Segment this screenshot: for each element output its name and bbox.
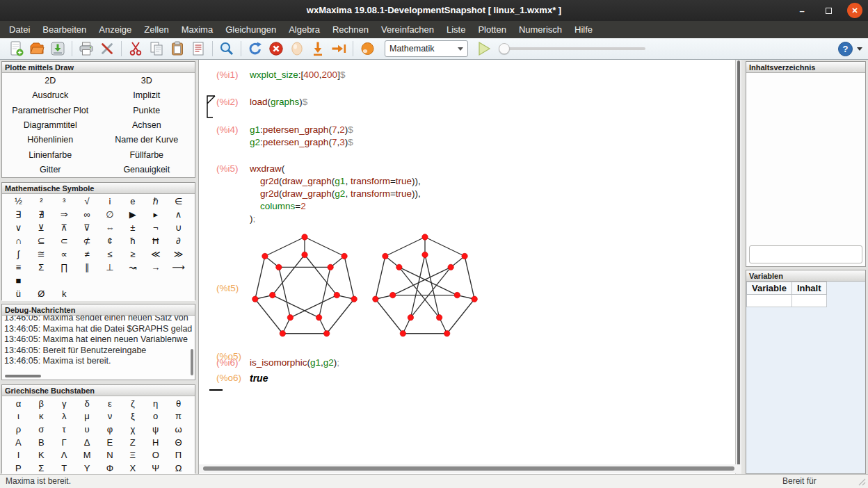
greek-letter-button[interactable]: Π: [167, 448, 190, 462]
symbol-button[interactable]: ↝: [121, 261, 144, 274]
symbol-button[interactable]: i: [99, 195, 122, 208]
symbol-button[interactable]: ⊂: [53, 234, 76, 247]
draw-button-punkte[interactable]: Punkte: [99, 103, 195, 117]
vertical-scroll-thumb[interactable]: [737, 60, 740, 473]
symbol-button[interactable]: ℏ: [144, 195, 167, 208]
follow-icon[interactable]: [358, 40, 376, 58]
symbol-button[interactable]: ⊻: [30, 221, 53, 234]
greek-letter-button[interactable]: Κ: [30, 448, 53, 462]
menu-item-anzeige[interactable]: Anzeige: [93, 21, 138, 38]
new-document-icon[interactable]: [7, 40, 25, 58]
play-animation-button[interactable]: [474, 40, 495, 58]
greek-letter-button[interactable]: Ι: [7, 448, 30, 462]
menu-item-algebra[interactable]: Algebra: [282, 21, 326, 38]
input-cell[interactable]: (%i5)wxdraw( gr2d(draw_graph(g1, transfo…: [199, 163, 735, 225]
draw-button-füllfarbe[interactable]: Füllfarbe: [99, 147, 195, 162]
symbol-button[interactable]: √: [76, 195, 99, 208]
worksheet-vertical-scrollbar[interactable]: [735, 60, 741, 474]
symbol-button[interactable]: ∈: [167, 195, 190, 208]
paste-icon[interactable]: [168, 40, 186, 58]
symbol-button[interactable]: ∨: [7, 221, 30, 234]
symbol-button[interactable]: ∞: [76, 208, 99, 221]
symbol-button[interactable]: ⊆: [30, 234, 53, 247]
symbol-button[interactable]: ü: [7, 287, 30, 300]
symbol-button[interactable]: ∥: [76, 261, 99, 274]
symbol-button[interactable]: ▸: [144, 208, 167, 221]
variable-name-cell[interactable]: [747, 295, 792, 307]
code-line[interactable]: load(graphs)$: [250, 96, 735, 108]
greek-letter-button[interactable]: φ: [99, 423, 122, 436]
menu-item-rechnen[interactable]: Rechnen: [326, 21, 375, 38]
draw-button-name-der-kurve[interactable]: Name der Kurve: [99, 133, 195, 147]
greek-letter-button[interactable]: μ: [76, 410, 99, 423]
symbol-button[interactable]: Ħ: [144, 234, 167, 247]
symbol-button[interactable]: ▶: [121, 208, 144, 221]
greek-letter-button[interactable]: π: [167, 410, 190, 423]
greek-letter-button[interactable]: Σ: [30, 462, 53, 475]
symbol-button[interactable]: ∄: [30, 208, 53, 221]
symbol-button[interactable]: Ø: [30, 287, 53, 300]
evaluate-all-icon[interactable]: [288, 40, 306, 58]
greek-letter-button[interactable]: θ: [167, 397, 190, 410]
greek-letter-button[interactable]: ζ: [121, 397, 144, 410]
find-icon[interactable]: [218, 40, 236, 58]
code-line[interactable]: gr2d(draw_graph(g1, transform=true)),: [250, 175, 735, 188]
greek-letter-button[interactable]: η: [144, 397, 167, 410]
greek-letter-button[interactable]: Υ: [76, 462, 99, 475]
symbol-button[interactable]: ≪: [144, 247, 167, 261]
greek-letter-button[interactable]: γ: [53, 397, 76, 410]
menu-item-liste[interactable]: Liste: [440, 21, 472, 38]
worksheet-caret[interactable]: [209, 389, 223, 391]
symbol-button[interactable]: ≤: [99, 247, 122, 261]
symbol-button[interactable]: ≥: [121, 247, 144, 261]
toc-list[interactable]: [746, 73, 865, 266]
debug-horizontal-scrollbar[interactable]: [5, 375, 41, 377]
menu-item-hilfe[interactable]: Hilfe: [568, 21, 599, 38]
code-line[interactable]: g2:petersen_graph(7,3)$: [250, 136, 735, 149]
maximize-button[interactable]: [821, 3, 836, 18]
code-line[interactable]: is_isomorphic(g1,g2);: [250, 357, 735, 369]
slider-handle[interactable]: [499, 43, 510, 54]
code-line[interactable]: wxdraw(: [250, 163, 735, 175]
open-icon[interactable]: [28, 40, 46, 58]
symbol-button[interactable]: ⟶: [167, 261, 190, 274]
cell-bracket[interactable]: [205, 95, 216, 120]
greek-letter-button[interactable]: ω: [167, 423, 190, 436]
menu-item-bearbeiten[interactable]: Bearbeiten: [36, 21, 93, 38]
menu-item-numerisch[interactable]: Numerisch: [513, 21, 568, 38]
symbol-button[interactable]: ⊽: [76, 221, 99, 234]
greek-letter-button[interactable]: δ: [76, 397, 99, 410]
greek-letter-button[interactable]: Ξ: [121, 448, 144, 462]
draw-button-genauigkeit[interactable]: Genauigkeit: [99, 163, 195, 177]
symbol-button[interactable]: ⊄: [76, 234, 99, 247]
close-button[interactable]: ✕: [847, 3, 862, 18]
resize-grip-icon[interactable]: [858, 478, 866, 486]
greek-letter-button[interactable]: ξ: [121, 410, 144, 423]
symbol-button[interactable]: ■: [7, 274, 30, 287]
greek-letter-button[interactable]: ι: [7, 410, 30, 423]
symbol-button[interactable]: e: [121, 195, 144, 208]
input-cell[interactable]: (%i1)wxplot_size:[400,200]$: [199, 69, 735, 81]
plot-output-cell[interactable]: (%t5): [199, 234, 735, 343]
symbol-button[interactable]: ≫: [167, 247, 190, 261]
code-line[interactable]: columns=2: [250, 200, 735, 213]
variable-value-cell[interactable]: [791, 295, 826, 307]
animation-slider[interactable]: [499, 40, 648, 58]
minimize-button[interactable]: –: [794, 3, 810, 18]
worksheet-horizontal-scrollbar[interactable]: [199, 464, 741, 473]
menu-item-vereinfachen[interactable]: Vereinfachen: [375, 21, 440, 38]
symbol-button[interactable]: ¢: [99, 234, 122, 247]
symbol-button[interactable]: ∂: [167, 234, 190, 247]
cell-style-select[interactable]: Mathematik: [385, 40, 468, 57]
symbol-button[interactable]: Σ: [30, 261, 53, 274]
draw-button-höhenlinien[interactable]: Höhenlinien: [2, 133, 99, 147]
symbol-button[interactable]: ∝: [53, 247, 76, 261]
symbol-button[interactable]: ⇔: [99, 221, 122, 234]
menu-item-maxima[interactable]: Maxima: [175, 21, 220, 38]
greek-letter-button[interactable]: Γ: [53, 436, 76, 449]
greek-letter-button[interactable]: κ: [30, 410, 53, 423]
code-line[interactable]: g1:petersen_graph(7,2)$: [250, 124, 735, 136]
greek-letter-button[interactable]: Θ: [167, 436, 190, 449]
input-cell[interactable]: (%i4)g1:petersen_graph(7,2)$g2:petersen_…: [199, 124, 735, 149]
symbol-button[interactable]: ∧: [167, 208, 190, 221]
